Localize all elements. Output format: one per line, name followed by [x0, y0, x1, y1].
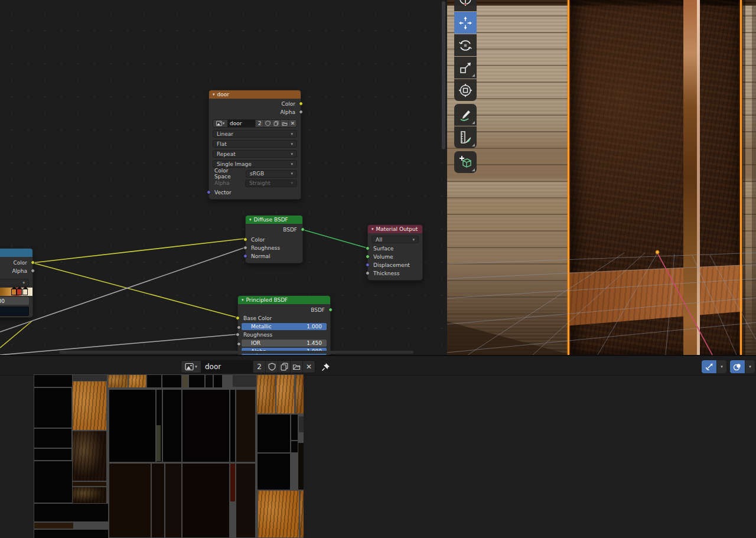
image-name-field[interactable]: door [227, 120, 255, 127]
alpha-mode-dropdown[interactable]: Straight ▾ [245, 180, 297, 187]
diffuse-color-socket[interactable] [243, 237, 247, 242]
image-browse-button[interactable]: ▾ [213, 120, 227, 127]
principled-metallic-socket[interactable] [237, 325, 241, 330]
atlas-tile [109, 464, 151, 537]
colorramp-interpolation-dropdown[interactable]: ▾ Linear ▾ [0, 279, 29, 286]
unlink-image-button[interactable]: ✕ [302, 361, 315, 373]
node-diffuse-bsdf[interactable]: ▾ Diffuse BSDF BSDF Color Roughness Norm… [245, 215, 303, 263]
node-title: Principled BSDF [246, 297, 288, 303]
atlas-tile [276, 375, 294, 413]
fake-user-shield-button[interactable] [265, 361, 278, 373]
output-thickness-socket[interactable] [366, 271, 370, 275]
atlas-tile [183, 390, 229, 462]
image-editor[interactable]: ▾ door 2 [0, 355, 756, 538]
colorramp-stop-red[interactable] [17, 289, 22, 295]
node-editor-horizontal-scrollbar[interactable] [59, 351, 413, 354]
overlays-dropdown[interactable]: ▾ [745, 360, 755, 373]
output-volume-socket[interactable] [366, 255, 370, 259]
3d-viewport[interactable] [447, 0, 756, 355]
tool-cursor[interactable] [454, 0, 477, 11]
colorramp-stop-cream[interactable] [22, 289, 28, 295]
tex-projection-dropdown[interactable]: Flat ▾ [213, 140, 297, 148]
open-image-button[interactable] [280, 120, 288, 127]
collapse-chevron-icon[interactable]: ▾ [213, 92, 215, 97]
image-users-count-button[interactable]: 2 [255, 120, 263, 127]
image-users-count-button[interactable]: 2 [253, 361, 265, 373]
shield-icon [268, 363, 276, 371]
tex-extension-dropdown[interactable]: Repeat ▾ [213, 150, 297, 158]
fake-user-shield-button[interactable] [263, 120, 272, 127]
open-image-button[interactable] [290, 361, 302, 373]
tex-source-dropdown[interactable]: Single Image ▾ [213, 160, 297, 168]
output-target-dropdown[interactable]: All ▾ [372, 236, 419, 243]
tex-color-socket[interactable] [299, 102, 303, 106]
tool-add-cube[interactable] [454, 151, 477, 173]
tool-rotate[interactable] [454, 34, 477, 56]
show-overlays-toggle[interactable] [730, 360, 745, 373]
node-editor-vertical-scrollbar[interactable] [442, 1, 445, 149]
node-color-ramp-header[interactable] [0, 249, 32, 257]
diffuse-output-bsdf-label: BSDF [283, 227, 297, 233]
node-image-texture-header[interactable]: ▾ door [209, 90, 301, 99]
colorramp-stop-orange[interactable] [11, 289, 17, 295]
image-browse-button[interactable]: ▾ [181, 361, 201, 373]
output-displacement-socket[interactable] [366, 263, 370, 267]
atlas-tile [157, 425, 161, 461]
colorramp-position-field[interactable]: 0.000 [0, 297, 29, 305]
atlas-tile [34, 461, 72, 503]
tool-measure[interactable] [454, 126, 477, 148]
diffuse-bsdf-socket[interactable] [301, 227, 305, 231]
node-color-ramp[interactable]: Color Alpha ▾ Linear ▾ 0.000 [0, 248, 33, 318]
atlas-tile [165, 464, 181, 537]
collapse-chevron-icon[interactable]: ▾ [249, 217, 252, 222]
tool-annotate[interactable] [454, 104, 477, 126]
principled-roughness-socket[interactable] [236, 332, 240, 337]
texture-atlas-image[interactable] [34, 374, 304, 538]
atlas-tile [299, 416, 304, 432]
node-material-output[interactable]: ▾ Material Output All ▾ Surface Volume D… [367, 224, 423, 281]
atlas-tile [73, 431, 106, 481]
node-principled-bsdf[interactable]: ▾ Principled BSDF BSDF Base Color Metall… [237, 295, 331, 355]
tex-vector-socket[interactable] [207, 190, 211, 194]
diffuse-normal-socket[interactable] [243, 254, 247, 258]
gizmos-dropdown[interactable]: ▾ [716, 360, 726, 373]
show-gizmos-toggle[interactable] [702, 360, 716, 373]
principled-base-color-socket[interactable] [236, 316, 240, 320]
image-name-field[interactable]: door [201, 361, 253, 373]
atlas-tile [108, 375, 128, 387]
chevron-down-icon: ▾ [195, 364, 197, 369]
color-space-dropdown[interactable]: sRGB ▾ [246, 170, 297, 178]
colorramp-color-socket[interactable] [31, 260, 35, 265]
collapse-chevron-icon[interactable]: ▾ [242, 298, 244, 302]
node-principled-header[interactable]: ▾ Principled BSDF [238, 296, 330, 304]
metallic-slider[interactable]: Metallic 1.000 [242, 323, 327, 330]
colorramp-color-swatch[interactable] [0, 307, 29, 316]
node-title: Material Output [376, 226, 418, 232]
node-image-texture[interactable]: ▾ door Color Alpha ▾ door 2 [208, 90, 301, 200]
diffuse-input-normal-label: Normal [251, 253, 271, 259]
new-image-button[interactable] [272, 120, 280, 127]
tex-output-color-label: Color [282, 101, 296, 107]
node-diffuse-header[interactable]: ▾ Diffuse BSDF [246, 216, 302, 224]
principled-bsdf-socket[interactable] [328, 308, 333, 312]
new-image-button[interactable] [278, 361, 290, 373]
diffuse-input-color-label: Color [251, 237, 265, 243]
principled-ior-socket[interactable] [237, 342, 241, 346]
colorramp-alpha-socket[interactable] [31, 269, 35, 273]
ior-slider[interactable]: IOR 1.450 [242, 340, 327, 347]
move-icon [458, 16, 472, 30]
unlink-image-button[interactable]: ✕ [288, 120, 296, 127]
shield-icon [265, 120, 271, 126]
tex-alpha-socket[interactable] [299, 110, 303, 114]
collapse-chevron-icon[interactable]: ▾ [372, 227, 374, 231]
tex-interpolation-dropdown[interactable]: Linear ▾ [213, 130, 297, 138]
pin-button[interactable] [319, 360, 332, 373]
tool-scale[interactable] [454, 57, 477, 79]
diffuse-roughness-socket[interactable] [243, 246, 247, 250]
colorramp-gradient-bar[interactable] [0, 288, 32, 296]
node-material-output-header[interactable]: ▾ Material Output [368, 225, 422, 233]
output-surface-socket[interactable] [366, 246, 370, 250]
shader-node-editor[interactable]: Color Alpha ▾ Linear ▾ 0.000 ▾ door Colo… [0, 0, 447, 355]
tool-transform[interactable] [454, 79, 477, 101]
tool-move[interactable] [454, 12, 477, 34]
